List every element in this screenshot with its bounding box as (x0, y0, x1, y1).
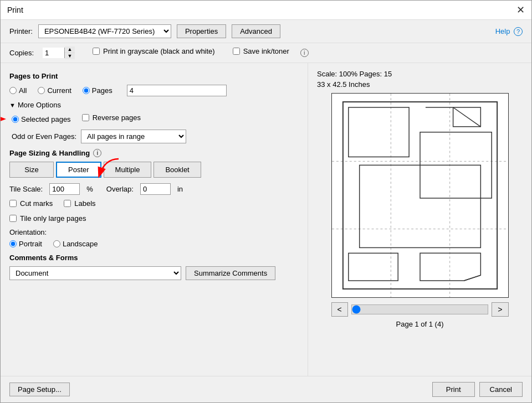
page-setup-button[interactable]: Page Setup... (9, 383, 70, 396)
odd-even-select[interactable]: All pages in range Odd pages only Even p… (81, 130, 186, 143)
reverse-pages-label[interactable]: Reverse pages (82, 113, 141, 122)
red-arrow-1-icon (1, 111, 9, 127)
all-radio-text: All (19, 86, 27, 95)
landscape-radio[interactable] (53, 240, 60, 247)
cut-marks-checkbox[interactable] (9, 200, 17, 207)
more-options-label: More Options (18, 101, 61, 109)
current-radio-label[interactable]: Current (38, 86, 71, 95)
comments-forms-section: Comments & Forms Document Document and M… (9, 254, 299, 280)
page-slider[interactable] (351, 304, 489, 314)
pages-radio-group: All Current Pages (9, 85, 299, 96)
booklet-button[interactable]: Booklet (154, 162, 201, 178)
tile-only-large-label[interactable]: Tile only large pages (9, 214, 299, 223)
tile-only-large-text: Tile only large pages (20, 214, 86, 223)
grayscale-text: Print in grayscale (black and white) (103, 47, 215, 55)
dialog-body: Printer: EPSONEB4B42 (WF-7720 Series) Pr… (1, 20, 531, 402)
copies-row: Copies: ▲ ▼ Print in grayscale (black an… (1, 43, 531, 63)
more-options-triangle-icon: ▼ (9, 102, 16, 108)
pages-radio-label[interactable]: Pages (83, 86, 112, 95)
portrait-radio[interactable] (9, 240, 17, 247)
printer-label: Printer: (9, 27, 33, 35)
summarize-comments-button[interactable]: Summarize Comments (186, 266, 275, 280)
preview-svg (332, 94, 508, 297)
properties-button[interactable]: Properties (177, 24, 226, 38)
prev-page-button[interactable]: < (331, 302, 348, 317)
labels-checkbox[interactable] (64, 200, 71, 207)
tile-scale-row: Tile Scale: % Overlap: in (9, 183, 299, 195)
bottom-bar: Page Setup... Print Cancel (1, 376, 531, 402)
portrait-radio-label[interactable]: Portrait (9, 240, 42, 248)
save-ink-checkbox[interactable] (233, 48, 240, 55)
right-panel: Scale: 100% Pages: 15 33 x 42.5 Inches (308, 63, 531, 376)
bottom-right-buttons: Print Cancel (432, 382, 523, 397)
odd-even-row: Odd or Even Pages: All pages in range Od… (12, 130, 299, 143)
labels-label[interactable]: Labels (64, 199, 95, 208)
tile-only-large-checkbox[interactable] (9, 215, 17, 222)
copies-up-button[interactable]: ▲ (65, 46, 75, 53)
grayscale-checkbox[interactable] (93, 48, 100, 55)
save-ink-info-icon: i (300, 49, 309, 57)
cancel-button[interactable]: Cancel (479, 382, 523, 397)
dialog-title: Print (7, 6, 23, 14)
sizing-buttons: Size Poster Multiple Booklet (9, 162, 299, 178)
selected-pages-radio-label[interactable]: Selected pages (12, 115, 71, 123)
orientation-label: Orientation: (9, 228, 299, 236)
overlap-label: Overlap: (106, 185, 134, 193)
page-sizing-header: Page Sizing & Handling i (9, 149, 299, 157)
size-button[interactable]: Size (9, 162, 54, 178)
landscape-radio-label[interactable]: Landscape (53, 240, 98, 248)
print-dialog: Print ✕ Printer: EPSONEB4B42 (WF-7720 Se… (0, 0, 532, 403)
advanced-button[interactable]: Advanced (232, 24, 280, 38)
reverse-pages-text: Reverse pages (93, 113, 141, 122)
overlap-input[interactable] (140, 183, 171, 195)
copies-spinner: ▲ ▼ (65, 46, 75, 59)
left-panel: Pages to Print All Current Pages (1, 63, 308, 376)
red-arrow-2-icon (88, 156, 121, 184)
printer-select[interactable]: EPSONEB4B42 (WF-7720 Series) (38, 24, 171, 38)
title-bar: Print ✕ (1, 1, 531, 20)
tile-scale-unit: % (86, 185, 93, 193)
copies-label: Copies: (9, 49, 34, 57)
help-circle-icon: ? (514, 27, 523, 36)
selected-pages-radio[interactable] (12, 116, 19, 123)
print-button[interactable]: Print (432, 382, 475, 397)
cut-marks-label[interactable]: Cut marks (9, 199, 53, 208)
page-sizing-section: Page Sizing & Handling i Size (9, 149, 299, 223)
close-button[interactable]: ✕ (516, 5, 525, 15)
more-options-header[interactable]: ▼ More Options (9, 101, 299, 109)
copies-input[interactable] (43, 48, 65, 58)
all-radio-label[interactable]: All (9, 86, 27, 95)
comments-row: Document Document and Markups Document a… (9, 266, 299, 280)
page-sizing-title: Page Sizing & Handling (9, 149, 90, 157)
next-page-button[interactable]: > (492, 302, 508, 317)
reverse-pages-checkbox[interactable] (82, 114, 89, 121)
comments-select[interactable]: Document Document and Markups Document a… (9, 266, 181, 280)
pages-radio[interactable] (83, 87, 90, 94)
odd-even-label: Odd or Even Pages: (12, 132, 76, 141)
orientation-radios: Portrait Landscape (9, 240, 299, 248)
pages-input[interactable] (127, 85, 227, 96)
preview-nav: < > (331, 302, 509, 317)
save-ink-text: Save ink/toner (243, 47, 289, 55)
save-ink-label[interactable]: Save ink/toner (233, 47, 289, 55)
tile-scale-input[interactable] (49, 183, 80, 195)
landscape-text: Landscape (63, 240, 98, 248)
all-radio[interactable] (9, 87, 17, 94)
more-options-body: Selected pages Reverse pages Odd or Even… (9, 113, 299, 143)
page-info: Page 1 of 1 (4) (396, 320, 444, 328)
comments-forms-title: Comments & Forms (9, 254, 299, 262)
preview-scale: Scale: 100% Pages: 15 (317, 70, 392, 78)
copies-wrapper: ▲ ▼ (43, 46, 75, 59)
portrait-text: Portrait (19, 240, 42, 248)
cut-marks-text: Cut marks (20, 199, 53, 208)
help-link[interactable]: Help ? (495, 27, 523, 36)
grayscale-label[interactable]: Print in grayscale (black and white) (93, 47, 215, 55)
pages-radio-text: Pages (92, 86, 112, 95)
tile-scale-label: Tile Scale: (9, 185, 43, 193)
current-radio-text: Current (47, 86, 71, 95)
copies-down-button[interactable]: ▼ (65, 53, 75, 59)
preview-dims: 33 x 42.5 Inches (317, 80, 370, 89)
preview-box (331, 93, 509, 298)
printer-row: Printer: EPSONEB4B42 (WF-7720 Series) Pr… (1, 20, 531, 43)
current-radio[interactable] (38, 87, 45, 94)
